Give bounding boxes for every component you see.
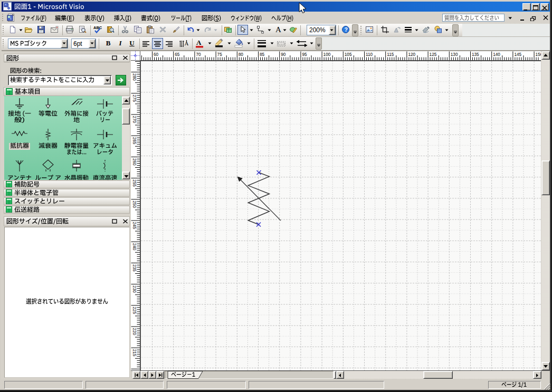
svg-text:?: ? [344,26,347,33]
svg-text:85: 85 [260,52,265,57]
svg-text:70: 70 [196,52,201,57]
svg-text:80: 80 [239,52,244,57]
svg-text:135: 135 [472,52,479,57]
svg-text:100: 100 [323,52,331,57]
svg-text:235: 235 [132,264,137,272]
svg-text:A: A [196,39,202,46]
svg-text:95: 95 [302,52,307,57]
svg-text:65: 65 [175,52,180,57]
svg-text:220: 220 [132,328,137,336]
svg-text:115: 115 [387,52,394,57]
svg-text:230: 230 [132,285,137,293]
svg-text:250: 250 [132,200,137,208]
svg-text:260: 260 [132,158,137,166]
svg-text:130: 130 [451,52,458,57]
svg-text:60: 60 [154,52,159,57]
svg-text:240: 240 [132,243,137,251]
svg-text:ABC: ABC [93,25,102,30]
svg-text:150: 150 [536,52,541,57]
svg-text:90: 90 [281,52,286,57]
svg-text:270: 270 [132,116,137,123]
svg-text:120: 120 [408,52,415,57]
svg-text:245: 245 [132,222,137,230]
svg-text:280: 280 [132,73,137,81]
svg-text:275: 275 [132,94,137,102]
svg-text:140: 140 [493,52,500,57]
svg-text:215: 215 [132,349,137,357]
svg-text:125: 125 [430,52,437,57]
svg-text:145: 145 [514,52,521,57]
svg-text:225: 225 [132,307,137,314]
svg-text:255: 255 [132,179,137,187]
svg-text:105: 105 [345,52,352,57]
svg-text:A: A [275,25,281,34]
svg-text:75: 75 [217,52,223,57]
svg-text:265: 265 [132,137,137,145]
svg-text:110: 110 [366,52,373,57]
